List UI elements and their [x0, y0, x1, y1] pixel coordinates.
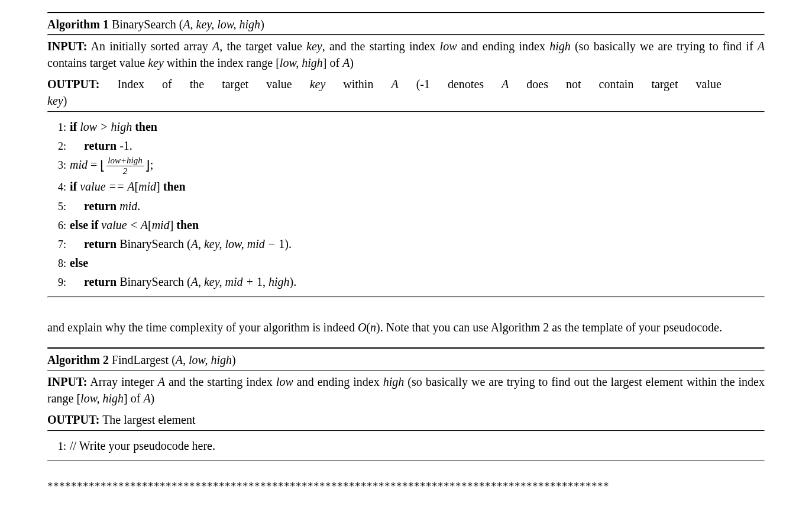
algo-close: ): [232, 353, 236, 366]
end: .: [137, 199, 140, 212]
output-label: OUTPUT:: [47, 413, 100, 426]
text: of: [162, 76, 172, 92]
step-body: mid = ⌊low+high2⌋;: [70, 156, 765, 176]
text: ): [151, 392, 155, 405]
step-body: return BinarySearch (A, key, low, mid − …: [70, 236, 765, 252]
numerator: low+high: [106, 156, 143, 166]
algorithm-2-steps: 1: // Write your pseudocode here.: [47, 431, 765, 460]
var-n: n: [370, 321, 376, 334]
text: ] of: [323, 56, 342, 69]
step-num: 3:: [47, 158, 66, 173]
var: mid: [152, 218, 170, 231]
step-body: return BinarySearch (A, key, mid + 1, hi…: [70, 273, 765, 290]
step-num: 9:: [47, 275, 66, 290]
var: low: [440, 40, 457, 53]
text: ): [350, 56, 354, 69]
algorithm-2-output: OUTPUT: The largest element: [47, 409, 765, 430]
text: does: [526, 76, 548, 92]
var: mid: [70, 158, 88, 171]
algo-name: BinarySearch (: [109, 18, 183, 31]
var: A: [758, 40, 765, 53]
args: A, key, low, mid −: [191, 237, 279, 250]
text: and ending index: [457, 40, 550, 53]
text: within the index range [: [164, 56, 280, 69]
end: ;: [150, 158, 154, 171]
algorithm-1-steps: 1: if low > high then 2: return -1. 3: m…: [47, 112, 765, 297]
text: (so basically we are trying to find if: [571, 40, 758, 53]
paren: ): [376, 321, 380, 334]
paren: (: [366, 321, 370, 334]
input-label: INPUT:: [47, 375, 87, 388]
var: A: [158, 375, 165, 388]
text: BinarySearch (: [117, 275, 191, 288]
step-num: 7:: [47, 237, 66, 252]
var: key: [148, 56, 164, 69]
text: Array integer: [87, 375, 157, 388]
text: target: [651, 76, 678, 92]
algo-args: A, low, high: [176, 353, 232, 366]
var: high: [383, 375, 405, 388]
kw: then: [163, 180, 186, 193]
kw: return: [84, 199, 117, 212]
algorithm-1-output: OUTPUT: Index of the target value key wi…: [47, 73, 765, 111]
var: A: [502, 76, 509, 92]
text: the: [190, 76, 204, 92]
kw: if: [70, 120, 77, 133]
algo-close: ): [260, 18, 264, 31]
bigO: O: [358, 321, 366, 334]
one: 1,: [257, 275, 268, 288]
text: (-1: [416, 76, 430, 92]
middle-paragraph: and explain why the time complexity of y…: [47, 319, 765, 336]
algo-number: Algorithm 1: [47, 18, 109, 31]
text: The largest element: [100, 413, 196, 426]
step-6: 6: else if value < A[mid] then: [47, 215, 765, 234]
asterisk-divider: ****************************************…: [47, 479, 765, 495]
step-5: 5: return mid.: [47, 196, 765, 215]
text: . Note that you can use Algorithm 2 as t…: [380, 321, 722, 334]
var: low: [276, 375, 293, 388]
var: low, high: [80, 392, 124, 405]
var: A: [342, 56, 350, 69]
var: high: [268, 275, 290, 288]
rule: [47, 297, 765, 298]
algo-name: FindLargest (: [109, 353, 176, 366]
bracket: ]: [170, 218, 177, 231]
floor-left: ⌊: [100, 158, 105, 173]
algo-args: A, key, low, high: [183, 18, 260, 31]
var: A: [143, 392, 150, 405]
step-1: 1: // Write your pseudocode here.: [47, 436, 765, 455]
text: and the starting index: [165, 375, 276, 388]
text: An initially sorted array: [87, 40, 212, 53]
text: , the target value: [219, 40, 306, 53]
step-num: 2:: [47, 139, 66, 154]
close: ).: [290, 275, 297, 288]
step-num: 1:: [47, 120, 66, 135]
algorithm-1-input: INPUT: An initially sorted array A, the …: [47, 36, 765, 73]
kw: then: [135, 120, 157, 133]
step-body: if low > high then: [70, 118, 765, 135]
val: mid: [117, 199, 137, 212]
text: value: [696, 76, 722, 92]
text: target: [222, 76, 248, 92]
text: value: [266, 76, 292, 92]
algorithm-1-block: Algorithm 1 BinarySearch (A, key, low, h…: [47, 12, 765, 298]
var: key: [310, 76, 326, 92]
cond: value == A: [77, 180, 134, 193]
floor-right: ⌋: [145, 158, 150, 173]
algorithm-2-input: INPUT: Array integer A and the starting …: [47, 371, 765, 409]
cond: low > high: [77, 120, 135, 133]
step-body: // Write your pseudocode here.: [70, 437, 765, 454]
args: A, key, mid +: [191, 275, 257, 288]
step-num: 6:: [47, 218, 66, 233]
step-body: else: [70, 254, 765, 271]
var: mid: [138, 180, 156, 193]
kw: return: [84, 275, 117, 288]
step-2: 2: return -1.: [47, 136, 765, 155]
step-7: 7: return BinarySearch (A, key, low, mid…: [47, 234, 765, 253]
var: A: [391, 76, 398, 92]
step-9: 9: return BinarySearch (A, key, mid + 1,…: [47, 272, 765, 291]
text: ] of: [124, 392, 143, 405]
one: 1).: [279, 237, 292, 250]
text: denotes: [448, 76, 484, 92]
step-num: 1:: [47, 439, 66, 454]
